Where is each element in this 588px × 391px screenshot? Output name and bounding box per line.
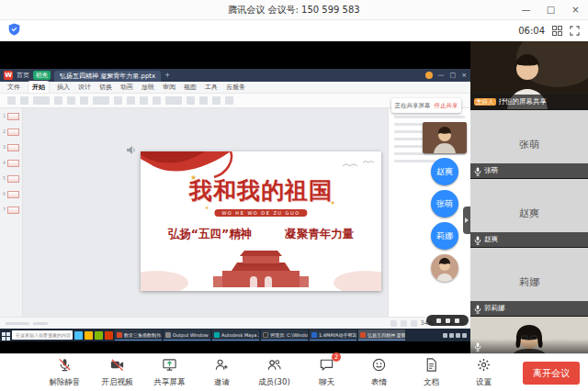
wps-slide-canvas: ★ ★ ★ 我和我的祖国 WO HE WO DE ZU GUO 弘扬“五四”精神… <box>23 108 388 317</box>
members-button[interactable]: 成员(30) <box>248 357 300 388</box>
invite-button[interactable]: 邀请 <box>196 357 248 388</box>
wps-account-avatar <box>425 72 433 79</box>
wps-new-tab-button: + <box>164 72 170 79</box>
share-screen-icon <box>162 357 177 376</box>
ribbon-tab: 云服务 <box>226 83 245 92</box>
taskbar-app-icon <box>85 331 93 340</box>
taskbar-task: Autodesk Maya 2018 <box>212 330 259 341</box>
security-shield-icon[interactable] <box>8 22 20 39</box>
participant-display-name: 张萌 <box>470 138 588 151</box>
wps-logo: W <box>4 71 13 80</box>
start-video-button[interactable]: 开启视频 <box>91 357 143 388</box>
share-status-text: 正在共享屏幕 <box>395 102 431 110</box>
presentation-slide: ★ ★ ★ 我和我的祖国 WO HE WO DE ZU GUO 弘扬“五四”精神… <box>141 151 381 291</box>
floating-video-thumbnail <box>423 122 467 153</box>
floating-avatar: 赵爽 <box>431 158 458 185</box>
participant-name-strip: 主持人 抒恒的屏幕共享 <box>470 95 588 109</box>
chat-unread-badge: 2 <box>332 352 341 362</box>
slide-thumbnail: 5 <box>3 175 19 183</box>
unmute-button[interactable]: 解除静音 <box>39 357 91 388</box>
taskbar-task-active: 弘扬五四精神 凝聚青年... <box>358 330 405 341</box>
birds-decoration <box>341 159 378 177</box>
participant-tile-host[interactable]: 主持人 抒恒的屏幕共享 <box>470 41 588 109</box>
wps-docer-tab: 稻壳 <box>33 71 51 80</box>
taskbar-app-icon <box>74 331 83 340</box>
floating-avatar-photo <box>431 254 458 282</box>
meeting-duration: 06:04 <box>518 26 545 36</box>
participant-name: 郭莉娜 <box>484 304 505 313</box>
participant-name: 赵爽 <box>484 235 498 244</box>
taskbar-task: 1.4MAYA动手帮2设置.d... <box>310 330 356 341</box>
taskbar-task: 数学三角函数制作... <box>115 330 162 341</box>
leave-meeting-button[interactable]: 离开会议 <box>523 362 580 385</box>
wps-maximize-icon: □ <box>450 73 457 79</box>
slide-title: 我和我的祖国 <box>141 175 381 206</box>
share-screen-button[interactable]: 共享屏幕 <box>143 357 196 388</box>
fullscreen-icon[interactable] <box>570 22 580 39</box>
chat-button[interactable]: 2 聊天 <box>300 357 353 388</box>
ribbon-tab: 文件 <box>7 83 20 92</box>
participant-tile[interactable] <box>470 317 588 353</box>
slide-thumbnail: 2 <box>3 128 19 136</box>
emoji-icon <box>371 357 387 376</box>
slide-thumbnail: 6 <box>3 191 19 198</box>
sidebar-collapse-handle[interactable] <box>463 207 470 234</box>
ribbon-tab-active: 开始 <box>28 82 49 93</box>
meeting-status-bar: 06:04 <box>0 20 588 41</box>
slide-thumbnail: 3 <box>3 144 19 151</box>
mic-icon <box>474 300 481 317</box>
slide-thumbnail: 4 <box>3 160 19 167</box>
mic-icon <box>474 162 481 179</box>
layout-switch-icon[interactable] <box>552 22 562 39</box>
slide-pinyin: WO HE WO DE ZU GUO <box>214 209 307 217</box>
document-icon <box>424 357 439 376</box>
window-title: 腾讯会议 会议号: 150 599 583 <box>228 4 359 17</box>
participant-name: 张萌 <box>484 166 498 175</box>
cloud-decoration <box>334 271 381 291</box>
floating-panel-controls <box>426 315 469 326</box>
docs-button[interactable]: 文档 <box>405 357 458 388</box>
wps-home-tab: 首页 <box>17 71 29 80</box>
windows-start-icon <box>2 329 10 341</box>
meeting-toolbar: 解除静音 开启视频 共享屏幕 邀请 成员(30) 2 聊天 表情 <box>0 353 588 391</box>
ribbon-tab: 放映 <box>141 83 154 92</box>
emoji-button[interactable]: 表情 <box>353 357 405 388</box>
ribbon-tab: 切换 <box>99 83 112 92</box>
mic-icon <box>474 338 481 354</box>
taskbar-task: Output Window <box>164 330 210 341</box>
mic-icon <box>474 231 481 248</box>
slide-thumbnail: 7 <box>3 207 19 214</box>
participant-tile[interactable]: 赵爽 赵爽 <box>470 179 588 247</box>
taskbar-search-text: 在这里输入你要搜索的内容 <box>16 332 71 338</box>
mic-muted-icon <box>57 357 73 376</box>
wps-document-tab: 弘扬五四精神 凝聚青年力量.pptx <box>54 71 161 82</box>
settings-button[interactable]: 设置 <box>458 357 510 388</box>
audio-speaker-icon <box>126 141 137 159</box>
cloud-decoration <box>141 271 188 291</box>
close-button[interactable]: × <box>563 0 588 19</box>
participant-tile[interactable]: 莉娜 郭莉娜 <box>470 248 588 316</box>
participant-tile[interactable]: 张萌 张萌 <box>470 110 588 178</box>
minimize-button[interactable]: — <box>514 0 538 19</box>
wps-close-icon: × <box>461 73 467 79</box>
shared-screen-view[interactable]: W 首页 稻壳 弘扬五四精神 凝聚青年力量.pptx + — □ × 文件 开始… <box>0 41 470 353</box>
camera-off-icon <box>109 357 125 376</box>
wps-slide-thumbnails: 1 2 3 4 5 6 7 <box>0 108 23 317</box>
taskbar-system-tray <box>443 333 469 338</box>
ribbon-tab: 设计 <box>78 83 91 92</box>
ribbon-tab: 插入 <box>57 83 70 92</box>
ribbon-tab: 审阅 <box>163 83 175 92</box>
wps-minimize-icon: — <box>438 73 445 79</box>
titlebar: 腾讯会议 会议号: 150 599 583 — □ × <box>0 0 588 20</box>
host-badge: 主持人 <box>474 98 496 106</box>
participant-name: 抒恒的屏幕共享 <box>499 97 548 106</box>
tiananmen-illustration <box>197 249 325 291</box>
wps-titlebar: W 首页 稻壳 弘扬五四精神 凝聚青年力量.pptx + — □ × <box>0 69 470 82</box>
taskbar-app-icon <box>105 331 113 340</box>
shared-windows-taskbar: 在这里输入你要搜索的内容 数学三角函数制作... Output Window A… <box>0 329 470 341</box>
maximize-button[interactable]: □ <box>538 0 563 19</box>
stop-share-label: 停止共享 <box>435 102 458 110</box>
share-status-popup: 正在共享屏幕 停止共享 <box>391 98 461 113</box>
participant-display-name: 莉娜 <box>470 275 588 289</box>
participant-display-name: 赵爽 <box>470 207 588 220</box>
